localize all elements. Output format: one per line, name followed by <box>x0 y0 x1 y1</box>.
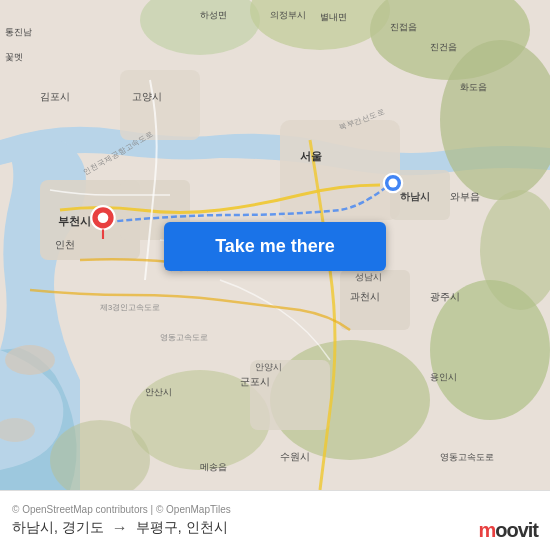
svg-text:고양시: 고양시 <box>132 91 162 102</box>
svg-rect-12 <box>280 120 400 220</box>
svg-text:하성면: 하성면 <box>200 10 227 20</box>
origin-label: 하남시, 경기도 <box>12 519 104 537</box>
svg-text:와부읍: 와부읍 <box>450 191 480 202</box>
svg-text:서울: 서울 <box>300 150 322 162</box>
svg-text:안산시: 안산시 <box>145 387 172 397</box>
svg-text:과천시: 과천시 <box>350 291 380 302</box>
svg-text:부천시: 부천시 <box>58 215 91 227</box>
svg-text:화도읍: 화도읍 <box>460 82 487 92</box>
svg-text:의정부시: 의정부시 <box>270 10 306 20</box>
svg-text:용인시: 용인시 <box>430 372 457 382</box>
svg-point-1 <box>5 345 55 375</box>
svg-text:군포시: 군포시 <box>240 376 270 387</box>
svg-text:진접읍: 진접읍 <box>390 22 417 32</box>
svg-text:진건읍: 진건읍 <box>430 42 457 52</box>
svg-text:꽃멧: 꽃멧 <box>5 52 23 62</box>
svg-text:안양시: 안양시 <box>255 362 282 372</box>
destination-pin <box>382 172 404 194</box>
svg-text:성남시: 성남시 <box>355 272 382 282</box>
svg-rect-15 <box>120 70 200 140</box>
footer: © OpenStreetMap contributors | © OpenMap… <box>0 490 550 550</box>
arrow-icon: → <box>112 519 128 537</box>
svg-point-50 <box>98 212 109 223</box>
svg-text:통진남: 통진남 <box>5 27 32 37</box>
origin-pin <box>90 205 116 239</box>
svg-point-52 <box>388 178 397 187</box>
svg-text:광주시: 광주시 <box>430 291 460 302</box>
svg-text:하남시: 하남시 <box>400 191 430 202</box>
route-info: 하남시, 경기도 → 부평구, 인천시 moovit <box>12 519 228 537</box>
svg-text:별내면: 별내면 <box>320 12 347 22</box>
map-container: 부천시 인천 서울 고양시 김포시 통진남 꽃멧 하남시 과천시 성남시 군포시… <box>0 0 550 490</box>
moovit-logo: moovit <box>478 519 538 542</box>
take-me-there-button[interactable]: Take me there <box>164 222 386 271</box>
svg-text:제3경인고속도로: 제3경인고속도로 <box>100 303 160 312</box>
svg-text:김포시: 김포시 <box>40 91 70 102</box>
svg-text:인천: 인천 <box>55 239 75 250</box>
svg-text:수원시: 수원시 <box>280 451 310 462</box>
svg-text:메송읍: 메송읍 <box>200 462 227 472</box>
svg-text:영동고속도로: 영동고속도로 <box>160 333 208 342</box>
destination-label: 부평구, 인천시 <box>136 519 228 537</box>
attribution-text: © OpenStreetMap contributors | © OpenMap… <box>12 504 231 515</box>
svg-text:영동고속도로: 영동고속도로 <box>440 452 494 462</box>
